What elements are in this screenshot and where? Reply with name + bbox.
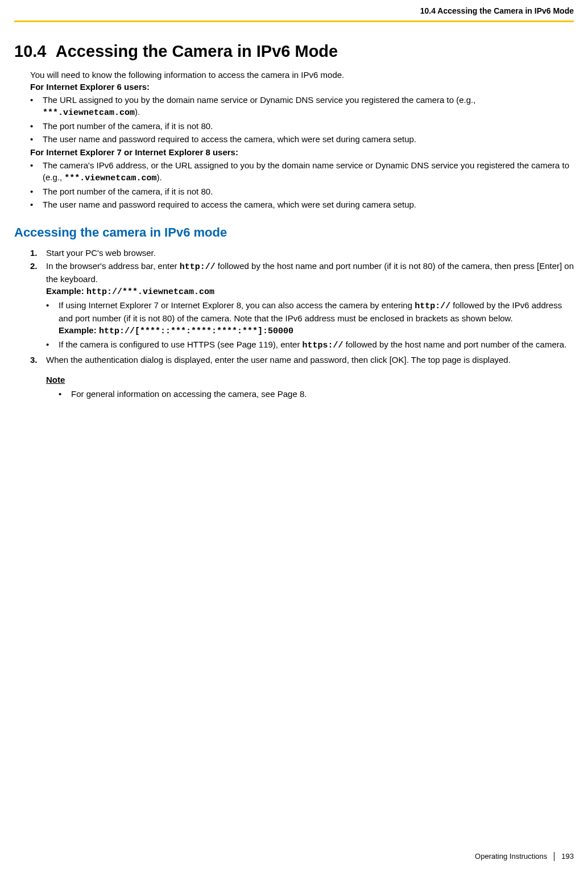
step-2a: In the browser's address bar, enter [46, 261, 180, 271]
step-2: In the browser's address bar, enter http… [30, 260, 574, 353]
step-2-sub-1-example-code: http://[****::***:****:****:***]:50000 [99, 326, 293, 336]
ie6-list: The URL assigned to you by the domain na… [30, 94, 574, 145]
note-item-1: For general information on accessing the… [59, 388, 574, 400]
step-2-sub-2-code: https:// [303, 341, 343, 350]
ie78-item-1: The camera's IPv6 address, or the URL as… [30, 159, 574, 184]
ie78-item-1b: ). [156, 172, 162, 182]
running-header: 10.4 Accessing the Camera in IPv6 Mode [14, 0, 574, 20]
note-heading: Note [46, 374, 574, 386]
step-1: Start your PC's web browser. [30, 247, 574, 259]
intro-text: You will need to know the following info… [30, 69, 574, 81]
step-2-sub-1: If using Internet Explorer 7 or Internet… [46, 299, 574, 337]
ie6-item-1b: ). [135, 107, 140, 117]
step-2-subitems: If using Internet Explorer 7 or Internet… [46, 299, 574, 351]
ie78-heading: For Internet Explorer 7 or Internet Expl… [30, 146, 574, 158]
ie6-item-1: The URL assigned to you by the domain na… [30, 94, 574, 119]
step-3: When the authentication dialog is displa… [30, 354, 574, 400]
ie6-item-3: The user name and password required to a… [30, 133, 574, 145]
step-2-sub-2b: followed by the host name and port numbe… [343, 340, 567, 349]
header-rule [14, 20, 574, 22]
ie6-heading: For Internet Explorer 6 users: [30, 81, 574, 93]
step-2-sub-2: If the camera is configured to use HTTPS… [46, 338, 574, 351]
step-2-sub-1-code: http:// [415, 301, 450, 311]
section-number: 10.4 [14, 42, 46, 60]
ie78-item-2: The port number of the camera, if it is … [30, 185, 574, 197]
subsection-heading: Accessing the camera in IPv6 mode [14, 224, 574, 242]
footer-divider [554, 852, 554, 861]
page-footer: Operating Instructions 193 [475, 851, 574, 862]
step-2-sub-2a: If the camera is configured to use HTTPS… [59, 340, 303, 349]
steps-list: Start your PC's web browser. In the brow… [30, 247, 574, 400]
step-2-sub-1-example-label: Example: [59, 325, 99, 335]
ie78-list: The camera's IPv6 address, or the URL as… [30, 159, 574, 210]
step-2-sub-1a: If using Internet Explorer 7 or Internet… [59, 300, 415, 310]
footer-doc-title: Operating Instructions [475, 851, 547, 862]
ie6-item-1a: The URL assigned to you by the domain na… [43, 95, 475, 105]
step-2-code1: http:// [180, 262, 216, 272]
section-title: Accessing the Camera in IPv6 Mode [56, 42, 338, 60]
step-2-example-label: Example: [46, 286, 86, 296]
ie6-item-1-code: ***.viewnetcam.com [43, 108, 135, 118]
step-2-example-code: http://***.viewnetcam.com [86, 287, 214, 297]
ie78-item-1-code: ***.viewnetcam.com [64, 173, 156, 183]
step-3-text: When the authentication dialog is displa… [46, 355, 511, 365]
note-list: For general information on accessing the… [46, 388, 574, 400]
section-heading: 10.4 Accessing the Camera in IPv6 Mode [14, 39, 574, 63]
ie6-item-2: The port number of the camera, if it is … [30, 120, 574, 132]
ie78-item-3: The user name and password required to a… [30, 198, 574, 210]
page-number: 193 [561, 851, 574, 862]
